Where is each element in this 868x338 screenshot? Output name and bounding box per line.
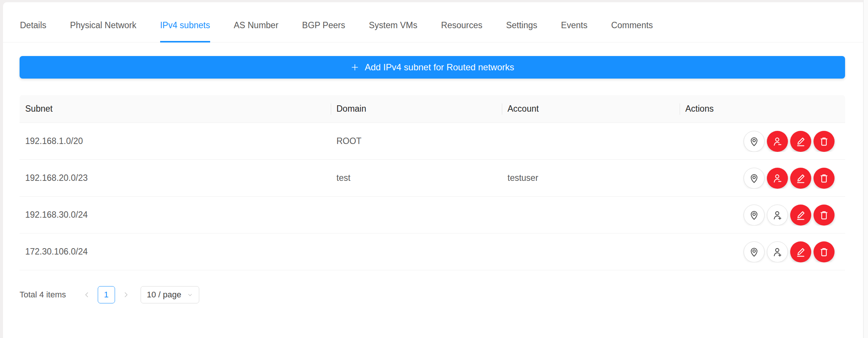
release-dedication-button[interactable] — [767, 131, 788, 152]
actions-cell — [680, 241, 845, 262]
table-row: 192.168.1.0/20 ROOT — [20, 123, 845, 160]
user-minus-icon — [772, 173, 783, 184]
pagination: Total 4 items 1 10 / page — [20, 286, 845, 303]
delete-subnet-button[interactable] — [813, 131, 835, 152]
chevron-down-icon — [187, 292, 193, 298]
domain-cell: ROOT — [331, 136, 502, 146]
ipv4-subnets-table: Subnet Domain Account Actions 192.168.1.… — [20, 95, 845, 270]
trash-icon — [818, 209, 830, 221]
tab-events[interactable]: Events — [561, 20, 587, 30]
next-page-button[interactable] — [121, 290, 131, 300]
edit-subnet-button[interactable] — [790, 241, 811, 262]
column-header-domain: Domain — [331, 104, 502, 114]
user-plus-icon — [772, 209, 783, 221]
trash-icon — [818, 246, 830, 258]
column-header-account: Account — [502, 104, 680, 114]
content-card: Details Physical Network IPv4 subnets AS… — [3, 2, 863, 338]
tab-ipv4-subnets[interactable]: IPv4 subnets — [160, 20, 210, 30]
table-row: 192.168.30.0/24 — [20, 197, 845, 233]
table-row: 172.30.106.0/24 — [20, 233, 845, 270]
release-dedication-button[interactable] — [767, 168, 788, 189]
page-size-value: 10 / page — [147, 290, 182, 300]
page-size-select[interactable]: 10 / page — [141, 286, 200, 303]
access-button[interactable] — [744, 131, 765, 152]
subnet-cell: 192.168.20.0/23 — [20, 173, 331, 183]
user-plus-icon — [772, 246, 783, 258]
account-cell: testuser — [502, 173, 680, 183]
plus-icon — [350, 63, 359, 72]
dedicate-account-button[interactable] — [767, 205, 788, 226]
trash-icon — [818, 136, 830, 147]
delete-subnet-button[interactable] — [813, 168, 835, 189]
environment-pin-icon — [748, 246, 760, 258]
tab-resources[interactable]: Resources — [441, 20, 482, 30]
environment-pin-icon — [748, 209, 760, 221]
actions-cell — [680, 131, 845, 152]
edit-subnet-button[interactable] — [790, 168, 811, 189]
pagination-total-label: Total 4 items — [20, 290, 66, 300]
edit-pencil-icon — [795, 136, 806, 147]
edit-subnet-button[interactable] — [790, 131, 811, 152]
user-minus-icon — [772, 136, 783, 147]
delete-subnet-button[interactable] — [813, 205, 835, 226]
edit-pencil-icon — [795, 209, 806, 221]
tab-system-vms[interactable]: System VMs — [369, 20, 417, 30]
domain-cell: test — [331, 173, 502, 183]
trash-icon — [818, 173, 830, 184]
subnet-cell: 192.168.1.0/20 — [20, 136, 331, 146]
table-row: 192.168.20.0/23 test testuser — [20, 160, 845, 197]
environment-pin-icon — [748, 173, 760, 184]
subnet-cell: 172.30.106.0/24 — [20, 247, 331, 257]
chevron-left-icon — [83, 291, 91, 299]
add-ipv4-subnet-button[interactable]: Add IPv4 subnet for Routed networks — [20, 56, 845, 79]
subnet-cell: 192.168.30.0/24 — [20, 210, 331, 220]
tab-bgp-peers[interactable]: BGP Peers — [302, 20, 345, 30]
chevron-right-icon — [122, 291, 130, 299]
table-header-row: Subnet Domain Account Actions — [20, 95, 845, 123]
edit-pencil-icon — [795, 246, 806, 258]
previous-page-button[interactable] — [82, 290, 92, 300]
edit-subnet-button[interactable] — [790, 205, 811, 226]
delete-subnet-button[interactable] — [813, 241, 835, 262]
edit-pencil-icon — [795, 173, 806, 184]
tab-details[interactable]: Details — [20, 20, 46, 30]
scrollbar[interactable] — [863, 0, 868, 338]
tab-comments[interactable]: Comments — [611, 20, 653, 30]
column-header-subnet: Subnet — [20, 104, 331, 114]
access-button[interactable] — [744, 168, 765, 189]
access-button[interactable] — [744, 241, 765, 262]
page-number-button[interactable]: 1 — [98, 286, 115, 303]
dedicate-account-button[interactable] — [767, 241, 788, 262]
actions-cell — [680, 168, 845, 189]
tab-settings[interactable]: Settings — [506, 20, 537, 30]
tab-physical-network[interactable]: Physical Network — [70, 20, 136, 30]
access-button[interactable] — [744, 205, 765, 226]
tab-as-number[interactable]: AS Number — [234, 20, 279, 30]
add-ipv4-subnet-label: Add IPv4 subnet for Routed networks — [365, 62, 514, 73]
column-header-actions: Actions — [680, 104, 845, 114]
actions-cell — [680, 205, 845, 226]
environment-pin-icon — [748, 136, 760, 147]
detail-tabs: Details Physical Network IPv4 subnets AS… — [3, 2, 863, 42]
